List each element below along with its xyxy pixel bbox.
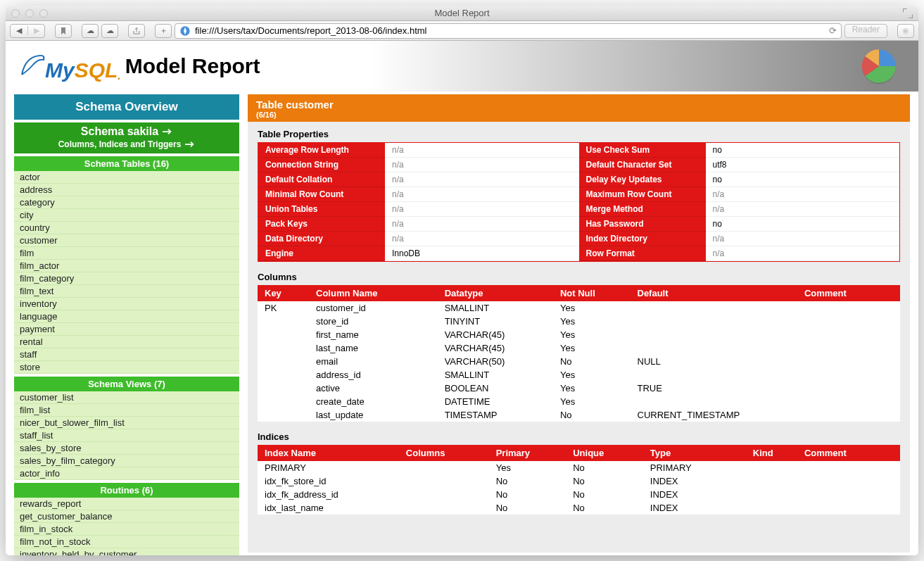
table-item[interactable]: actor bbox=[14, 171, 239, 184]
columns-section: Columns KeyColumn NameDatatypeNot NullDe… bbox=[248, 265, 910, 424]
property-label: Connection String bbox=[258, 158, 385, 172]
routine-item[interactable]: film_not_in_stock bbox=[14, 536, 239, 548]
reload-button[interactable]: ⟳ bbox=[825, 25, 837, 36]
pie-chart-icon bbox=[859, 46, 899, 86]
table-item[interactable]: inventory bbox=[14, 298, 239, 310]
reader-button[interactable]: Reader bbox=[844, 24, 887, 38]
view-item[interactable]: sales_by_film_category bbox=[14, 455, 239, 467]
table-row: PRIMARYYesNoPRIMARY bbox=[258, 461, 900, 474]
new-tab-button[interactable]: ＋ bbox=[155, 24, 172, 38]
column-header: Datatype bbox=[438, 285, 553, 301]
column-header: Unique bbox=[566, 445, 643, 461]
table-name: Table customer bbox=[256, 99, 901, 111]
table-item[interactable]: film_category bbox=[14, 272, 239, 285]
share-button[interactable] bbox=[128, 24, 145, 38]
property-label: Has Password bbox=[579, 217, 706, 232]
icloud-tabs-button[interactable]: ☁ bbox=[82, 24, 99, 38]
column-header: Comment bbox=[797, 445, 900, 461]
table-row: emailVARCHAR(50)NoNULL bbox=[258, 355, 900, 368]
property-label: Row Format bbox=[579, 246, 706, 261]
columns-table: KeyColumn NameDatatypeNot NullDefaultCom… bbox=[258, 285, 900, 422]
table-item[interactable]: film_actor bbox=[14, 260, 239, 272]
property-label: Union Tables bbox=[258, 202, 385, 217]
main-panel: Table customer (6/16) Table Properties A… bbox=[248, 94, 910, 553]
dolphin-icon bbox=[18, 50, 46, 78]
back-button[interactable]: ◀ bbox=[11, 26, 27, 35]
property-value: InnoDB bbox=[385, 246, 579, 261]
table-item[interactable]: country bbox=[14, 222, 239, 234]
indices-section: Indices Index NameColumnsPrimaryUniqueTy… bbox=[248, 424, 910, 517]
icloud-sync-button[interactable]: ☁ bbox=[101, 24, 118, 38]
table-row: last_nameVARCHAR(45)Yes bbox=[258, 341, 900, 355]
table-row: last_updateTIMESTAMPNoCURRENT_TIMESTAMP bbox=[258, 408, 900, 422]
view-item[interactable]: film_list bbox=[14, 404, 239, 417]
table-item[interactable]: rental bbox=[14, 336, 239, 348]
property-label: Default Character Set bbox=[579, 158, 706, 172]
page-content: MySQL. Model Report Schema Overview Sche… bbox=[6, 41, 918, 555]
column-header: Default bbox=[631, 285, 797, 301]
table-row: store_idTINYINTYes bbox=[258, 315, 900, 328]
table-item[interactable]: address bbox=[14, 184, 239, 196]
view-item[interactable]: staff_list bbox=[14, 429, 239, 442]
table-item[interactable]: category bbox=[14, 196, 239, 209]
table-row: idx_last_nameNoNoINDEX bbox=[258, 501, 900, 515]
property-label: Use Check Sum bbox=[579, 143, 706, 158]
arrow-right-icon bbox=[163, 128, 172, 135]
property-value: no bbox=[706, 143, 900, 158]
views-list: customer_listfilm_listnicer_but_slower_f… bbox=[14, 391, 239, 480]
table-item[interactable]: staff bbox=[14, 348, 239, 361]
property-value: no bbox=[706, 172, 900, 187]
view-item[interactable]: actor_info bbox=[14, 467, 239, 480]
property-label: Minimal Row Count bbox=[258, 187, 385, 202]
table-row: address_idSMALLINTYes bbox=[258, 368, 900, 382]
table-item[interactable]: film_text bbox=[14, 285, 239, 298]
downloads-button[interactable]: ◉ bbox=[897, 24, 914, 38]
column-header: Not Null bbox=[553, 285, 631, 301]
window-titlebar: Model Report bbox=[6, 6, 918, 21]
table-item[interactable]: film bbox=[14, 247, 239, 260]
report-body: Schema Overview Schema sakila Columns, I… bbox=[6, 92, 918, 555]
view-item[interactable]: sales_by_store bbox=[14, 442, 239, 455]
property-value: n/a bbox=[385, 202, 579, 217]
property-label: Default Collation bbox=[258, 172, 385, 187]
indices-table: Index NameColumnsPrimaryUniqueTypeKindCo… bbox=[258, 445, 900, 515]
routine-item[interactable]: rewards_report bbox=[14, 498, 239, 510]
bookmark-button[interactable] bbox=[55, 24, 72, 38]
column-header: Comment bbox=[797, 285, 900, 301]
view-item[interactable]: nicer_but_slower_film_list bbox=[14, 417, 239, 429]
url-input[interactable] bbox=[195, 25, 821, 36]
table-banner: Table customer (6/16) bbox=[248, 94, 910, 122]
fullscreen-icon[interactable] bbox=[903, 8, 913, 18]
table-row: idx_fk_address_idNoNoINDEX bbox=[258, 488, 900, 501]
page-title: Model Report bbox=[125, 54, 260, 78]
browser-toolbar: ◀ ▶ ☁ ☁ ＋ ⟳ Reader ◉ bbox=[6, 21, 918, 41]
arrow-right-icon bbox=[185, 141, 195, 148]
table-row: idx_fk_store_idNoNoINDEX bbox=[258, 474, 900, 488]
table-item[interactable]: customer bbox=[14, 234, 239, 247]
property-value: utf8 bbox=[706, 158, 900, 172]
table-item[interactable]: city bbox=[14, 209, 239, 222]
address-bar[interactable]: ⟳ bbox=[175, 23, 842, 39]
routine-item[interactable]: get_customer_balance bbox=[14, 510, 239, 523]
report-header: MySQL. Model Report bbox=[6, 41, 918, 92]
column-header: Column Name bbox=[309, 285, 438, 301]
property-value: no bbox=[706, 217, 900, 232]
property-value: n/a bbox=[706, 202, 900, 217]
table-item[interactable]: payment bbox=[14, 323, 239, 336]
routines-list: rewards_reportget_customer_balancefilm_i… bbox=[14, 498, 239, 555]
table-item[interactable]: language bbox=[14, 310, 239, 323]
column-header: Key bbox=[258, 285, 309, 301]
table-item[interactable]: store bbox=[14, 361, 239, 374]
window-title: Model Report bbox=[6, 8, 918, 18]
routine-item[interactable]: inventory_held_by_customer bbox=[14, 548, 239, 555]
property-label: Merge Method bbox=[579, 202, 706, 217]
property-value: n/a bbox=[706, 246, 900, 261]
table-row: activeBOOLEANYesTRUE bbox=[258, 382, 900, 395]
routine-item[interactable]: film_in_stock bbox=[14, 523, 239, 536]
table-row: PKcustomer_idSMALLINTYes bbox=[258, 301, 900, 315]
schema-header[interactable]: Schema sakila Columns, Indices and Trigg… bbox=[14, 122, 239, 153]
views-section-header: Schema Views (7) bbox=[14, 377, 239, 391]
view-item[interactable]: customer_list bbox=[14, 391, 239, 404]
schema-overview-header[interactable]: Schema Overview bbox=[14, 94, 239, 120]
forward-button[interactable]: ▶ bbox=[27, 26, 44, 35]
